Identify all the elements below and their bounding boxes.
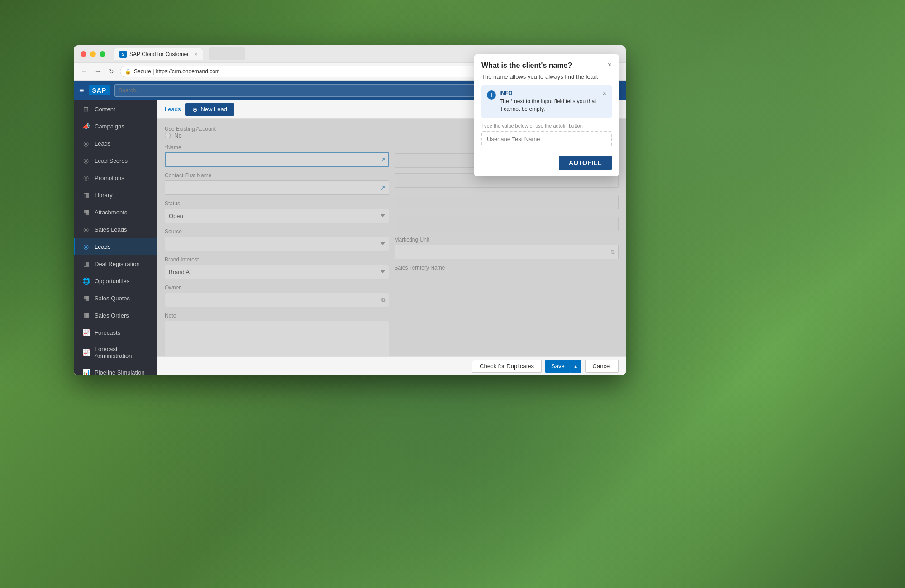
browser-window: S SAP Cloud for Customer × ← → ↻ 🔒 Secur… xyxy=(74,45,626,375)
sidebar-item-label: Campaigns xyxy=(95,123,124,130)
sidebar-item-leads-1[interactable]: ◎ Leads xyxy=(74,135,157,152)
refresh-btn[interactable]: ↻ xyxy=(106,66,116,76)
autofill-input[interactable] xyxy=(481,131,612,147)
sidebar-item-label: Leads xyxy=(95,140,110,147)
sidebar-item-leads-2[interactable]: ◎ Leads xyxy=(74,238,157,255)
sidebar-item-opportunities[interactable]: 🌐 Opportunities xyxy=(74,272,157,289)
sidebar-item-lead-scores[interactable]: ◎ Lead Scores xyxy=(74,152,157,169)
sidebar-item-label: Promotions xyxy=(95,175,124,181)
tab-title: SAP Cloud for Customer xyxy=(129,51,189,57)
breadcrumb[interactable]: Leads xyxy=(165,106,181,113)
attachments-icon: ▦ xyxy=(82,208,90,216)
sales-orders-icon: ▦ xyxy=(82,311,90,319)
sidebar-item-label: Sales Leads xyxy=(95,226,127,233)
leads2-icon: ◎ xyxy=(82,242,90,251)
sidebar-item-label: Content xyxy=(95,106,115,113)
browser-tab[interactable]: S SAP Cloud for Customer × xyxy=(114,48,203,60)
minimize-traffic-light[interactable] xyxy=(90,51,96,57)
autofill-btn[interactable]: AUTOFILL xyxy=(559,156,612,170)
client-name-dialog: What is the client's name? × The name al… xyxy=(474,54,619,176)
sidebar-item-sales-leads[interactable]: ◎ Sales Leads xyxy=(74,221,157,238)
save-btn-split: Save ▲ xyxy=(545,360,581,373)
forecasts-icon: 📈 xyxy=(82,328,90,337)
lead-scores-icon: ◎ xyxy=(82,156,90,165)
info-content: INFO The * next to the input field tells… xyxy=(500,90,599,113)
pipeline-sim-icon: 📊 xyxy=(82,368,90,375)
sidebar-item-content[interactable]: ⊞ Content xyxy=(74,100,157,118)
sidebar-item-forecasts[interactable]: 📈 Forecasts xyxy=(74,324,157,341)
sidebar-item-sales-quotes[interactable]: ▦ Sales Quotes xyxy=(74,289,157,307)
dialog-autofill-section: Type the value below or use the autofill… xyxy=(474,123,619,151)
maximize-traffic-light[interactable] xyxy=(100,51,105,57)
bottom-bar: Check for Duplicates Save ▲ Cancel xyxy=(157,356,626,375)
sidebar: ⊞ Content 📣 Campaigns ◎ Leads ◎ Lead Sco… xyxy=(74,100,157,375)
sidebar-item-promotions[interactable]: ◎ Promotions xyxy=(74,169,157,186)
new-lead-icon: ⊕ xyxy=(192,106,198,113)
autofill-hint: Type the value below or use the autofill… xyxy=(481,123,612,128)
info-badge-icon: i xyxy=(487,90,496,100)
close-traffic-light[interactable] xyxy=(81,51,86,57)
sidebar-item-library[interactable]: ▦ Library xyxy=(74,186,157,204)
leads1-icon: ◎ xyxy=(82,139,90,147)
campaigns-icon: 📣 xyxy=(82,122,90,130)
sidebar-item-label: Library xyxy=(95,192,113,199)
sidebar-item-label: Forecasts xyxy=(95,329,120,336)
tab-close-btn[interactable]: × xyxy=(194,51,197,57)
content-icon: ⊞ xyxy=(82,105,90,113)
sidebar-item-forecast-admin[interactable]: 📈 Forecast Administration xyxy=(74,341,157,364)
dialog-title: What is the client's name? xyxy=(481,62,572,70)
dialog-info-box: i INFO The * next to the input field tel… xyxy=(481,85,612,118)
dialog-subtitle: The name allows you to always find the l… xyxy=(474,73,619,85)
sidebar-item-campaigns[interactable]: 📣 Campaigns xyxy=(74,118,157,135)
sap-logo: SAP xyxy=(89,85,110,95)
deal-reg-icon: ▦ xyxy=(82,260,90,268)
sidebar-item-pipeline-sim[interactable]: 📊 Pipeline Simulation xyxy=(74,364,157,375)
save-arrow-btn[interactable]: ▲ xyxy=(570,360,581,373)
back-btn[interactable]: ← xyxy=(79,66,89,76)
cancel-btn[interactable]: Cancel xyxy=(585,360,619,373)
sidebar-item-label: Lead Scores xyxy=(95,157,128,164)
sales-leads-icon: ◎ xyxy=(82,225,90,233)
opportunities-icon: 🌐 xyxy=(82,277,90,285)
forecast-admin-icon: 📈 xyxy=(82,348,90,356)
sidebar-item-deal-registration[interactable]: ▦ Deal Registration xyxy=(74,255,157,272)
sales-quotes-icon: ▦ xyxy=(82,294,90,302)
sidebar-item-label: Sales Orders xyxy=(95,312,129,319)
save-btn[interactable]: Save xyxy=(545,360,570,373)
forward-btn[interactable]: → xyxy=(93,66,103,76)
sidebar-item-attachments[interactable]: ▦ Attachments xyxy=(74,204,157,221)
new-lead-label: New Lead xyxy=(200,106,227,113)
sidebar-item-sales-orders[interactable]: ▦ Sales Orders xyxy=(74,307,157,324)
lock-icon: 🔒 xyxy=(125,69,131,75)
sidebar-item-label: Opportunities xyxy=(95,278,129,285)
info-close-btn[interactable]: × xyxy=(603,90,606,96)
dialog-header: What is the client's name? × xyxy=(474,54,619,73)
sidebar-item-label: Attachments xyxy=(95,209,127,216)
check-duplicates-btn[interactable]: Check for Duplicates xyxy=(472,360,542,373)
sidebar-item-label: Pipeline Simulation xyxy=(95,369,145,376)
dialog-actions: AUTOFILL xyxy=(474,151,619,176)
new-tab-area[interactable] xyxy=(209,47,245,60)
sidebar-item-label: Forecast Administration xyxy=(95,346,151,359)
info-title: INFO xyxy=(500,90,599,96)
menu-hamburger-btn[interactable]: ≡ xyxy=(79,86,84,95)
promotions-icon: ◎ xyxy=(82,174,90,182)
sidebar-item-label: Deal Registration xyxy=(95,261,140,267)
new-lead-tab[interactable]: ⊕ New Lead xyxy=(185,103,234,116)
info-text: The * next to the input field tells you … xyxy=(500,98,599,113)
library-icon: ▦ xyxy=(82,191,90,199)
sidebar-item-label: Sales Quotes xyxy=(95,295,130,302)
dialog-close-btn[interactable]: × xyxy=(608,62,612,69)
tab-favicon: S xyxy=(119,51,127,58)
sidebar-item-label: Leads xyxy=(95,243,110,250)
